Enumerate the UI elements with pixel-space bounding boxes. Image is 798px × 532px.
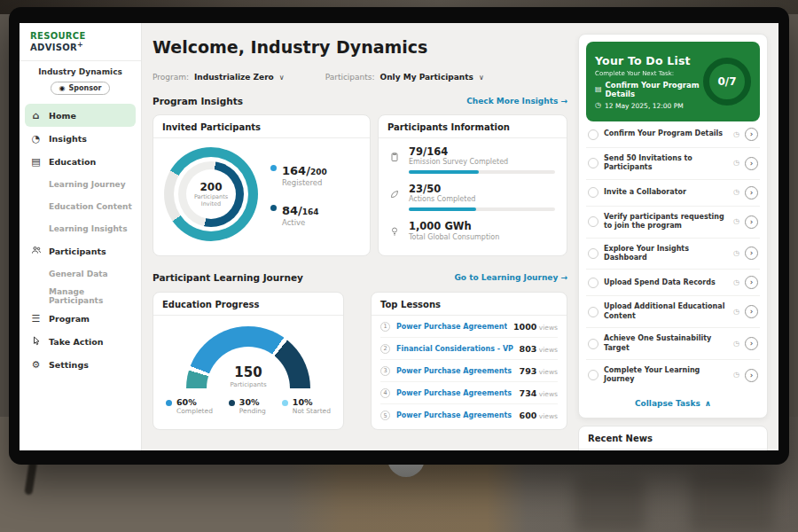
program-dropdown-value: Industrialize Zero xyxy=(194,73,274,82)
survey-clipboard-icon xyxy=(389,146,401,174)
clock-icon: ◷ xyxy=(733,372,739,379)
clock-icon: ◷ xyxy=(733,250,739,257)
sponsor-badge[interactable]: ◉ Sponsor xyxy=(51,82,111,95)
task-open-button[interactable]: › xyxy=(745,369,758,382)
chevron-right-icon: › xyxy=(750,307,754,316)
chevron-right-icon: › xyxy=(750,188,754,197)
task-checkbox[interactable] xyxy=(588,158,598,168)
task-open-button[interactable]: › xyxy=(745,337,758,350)
lesson-views-value: 793 xyxy=(520,366,537,376)
legend-item-active: 84/164 Active xyxy=(270,201,327,227)
task-checkbox[interactable] xyxy=(588,307,598,317)
todo-header: Your To Do List Complete Your Next Task:… xyxy=(586,42,760,121)
task-row: Verify participants requesting to join t… xyxy=(586,207,760,239)
check-more-insights-link[interactable]: Check More Insights → xyxy=(466,97,567,106)
education-progress-card: Education Progress 150 Participants 60% … xyxy=(153,292,344,430)
lesson-link[interactable]: Financial Considerations - VPPAs xyxy=(396,345,513,353)
chevron-right-icon: › xyxy=(750,159,754,168)
donut-center-label: Participants Invited xyxy=(191,193,231,208)
task-label: Confirm Your Program Details xyxy=(604,129,728,138)
sidebar-item-label: Insights xyxy=(49,134,87,144)
task-open-button[interactable]: › xyxy=(745,246,758,260)
sidebar-item-home[interactable]: ⌂ Home xyxy=(25,104,136,127)
section-title: Program Insights xyxy=(153,96,243,106)
task-checkbox[interactable] xyxy=(588,129,598,140)
clipboard-icon: ▤ xyxy=(595,86,602,93)
sidebar-item-take-action[interactable]: Take Action xyxy=(25,330,136,353)
task-open-button[interactable]: › xyxy=(745,157,758,170)
card-title: Top Lessons xyxy=(372,293,567,316)
app-logo: RESOURCE ADVISOR+ xyxy=(20,23,141,59)
task-checkbox[interactable] xyxy=(588,216,598,227)
clock-icon: ◷ xyxy=(595,102,601,109)
page-title: Welcome, Industry Dynamics xyxy=(153,37,427,57)
clock-icon: ◷ xyxy=(733,340,739,348)
sidebar-item-label: Take Action xyxy=(49,337,104,347)
sidebar-item-settings[interactable]: ⚙ Settings xyxy=(25,353,136,376)
participants-dropdown[interactable]: Participants: Only My Participants ∨ xyxy=(325,73,484,82)
task-row: Complete Your Learning Journey ◷ › xyxy=(586,360,760,391)
task-open-button[interactable]: › xyxy=(745,186,758,200)
progress-fill xyxy=(409,170,479,174)
lesson-link[interactable]: Power Purchase Agreements 101 xyxy=(396,323,507,331)
consumption-row: 1,000 GWh Total Global Consumption xyxy=(389,221,556,240)
education-progress-gauge: 150 Participants xyxy=(186,326,310,388)
legend-item-pending: 30% Pending xyxy=(229,397,266,415)
task-open-button[interactable]: › xyxy=(745,276,758,289)
task-open-button[interactable]: › xyxy=(745,305,758,318)
task-checkbox[interactable] xyxy=(588,187,598,198)
clock-icon: ◷ xyxy=(733,160,739,167)
task-open-button[interactable]: › xyxy=(745,215,758,229)
legend-item-completed: 60% Completed xyxy=(166,397,213,415)
actions-completed-row: 23/50 Actions Completed xyxy=(389,184,556,211)
lesson-link[interactable]: Power Purchase Agreements 102 xyxy=(396,389,513,397)
gauge-center-label: Participants xyxy=(230,381,266,388)
sidebar-item-label: Settings xyxy=(49,360,89,370)
sidebar-item-program[interactable]: ☰ Program xyxy=(25,307,136,330)
collapse-tasks-link[interactable]: Collapse Tasks ∧ xyxy=(586,391,760,410)
stat-value: 1,000 GWh xyxy=(409,221,499,232)
sidebar-item-learning-journey[interactable]: Learning Journey xyxy=(20,173,141,195)
organization-name: Industry Dynamics xyxy=(20,67,141,76)
task-checkbox[interactable] xyxy=(588,278,598,288)
legend-total: 164 xyxy=(302,207,319,216)
lesson-views-label: views xyxy=(536,324,558,332)
sidebar-item-education[interactable]: ▤ Education xyxy=(25,150,136,173)
actions-leaf-icon xyxy=(389,184,401,211)
todo-datetime: 12 May 2025, 12:00 PM xyxy=(605,102,684,110)
card-title: Invited Participants xyxy=(153,115,370,138)
lesson-views-value: 600 xyxy=(520,411,537,420)
sidebar-item-education-content[interactable]: Education Content xyxy=(20,195,141,217)
go-to-learning-journey-link[interactable]: Go to Learning Journey → xyxy=(454,273,567,282)
task-label: Achieve One Sustainability Target xyxy=(604,334,728,353)
task-checkbox[interactable] xyxy=(588,370,598,380)
sidebar-item-insights[interactable]: ◔ Insights xyxy=(25,127,136,150)
task-open-button[interactable]: › xyxy=(745,128,758,141)
todo-panel: Your To Do List Complete Your Next Task:… xyxy=(578,34,768,419)
program-dropdown[interactable]: Program: Industrialize Zero ∨ xyxy=(153,73,285,82)
top-lessons-card: Top Lessons 1 Power Purchase Agreements … xyxy=(371,292,567,430)
sidebar-item-learning-insights[interactable]: Learning Insights xyxy=(20,217,141,239)
lesson-row: 2 Financial Considerations - VPPAs 803 v… xyxy=(380,338,558,360)
stat-label: Total Global Consumption xyxy=(409,233,499,241)
stat-value: 23/50 xyxy=(409,184,555,195)
sidebar-item-general-data[interactable]: General Data xyxy=(20,262,141,285)
legend-label: Pending xyxy=(239,407,266,415)
todo-subtitle: Complete Your Next Task: xyxy=(595,70,703,77)
lesson-link[interactable]: Power Purchase Agreements 103 xyxy=(396,411,513,419)
legend-percent: 30% xyxy=(239,397,266,407)
sidebar-item-manage-participants[interactable]: Manage Participants xyxy=(20,285,141,307)
task-checkbox[interactable] xyxy=(588,248,598,259)
task-checkbox[interactable] xyxy=(588,339,598,349)
program-icon: ☰ xyxy=(30,314,42,324)
donut-center-value: 200 xyxy=(200,181,222,193)
progress-track xyxy=(409,170,555,174)
registered-donut-ring: 200 Participants Invited xyxy=(164,147,258,241)
chevron-right-icon: › xyxy=(750,248,754,257)
sponsor-badge-label: Sponsor xyxy=(69,84,102,92)
task-row: Explore Your Insights Dashboard ◷ › xyxy=(586,239,760,270)
sidebar-item-participants[interactable]: Participants xyxy=(25,239,136,262)
legend-value: 164/ xyxy=(282,164,310,177)
lesson-link[interactable]: Power Purchase Agreements 101 xyxy=(396,367,513,375)
emission-survey-row: 79/164 Emission Survey Completed xyxy=(389,146,556,174)
